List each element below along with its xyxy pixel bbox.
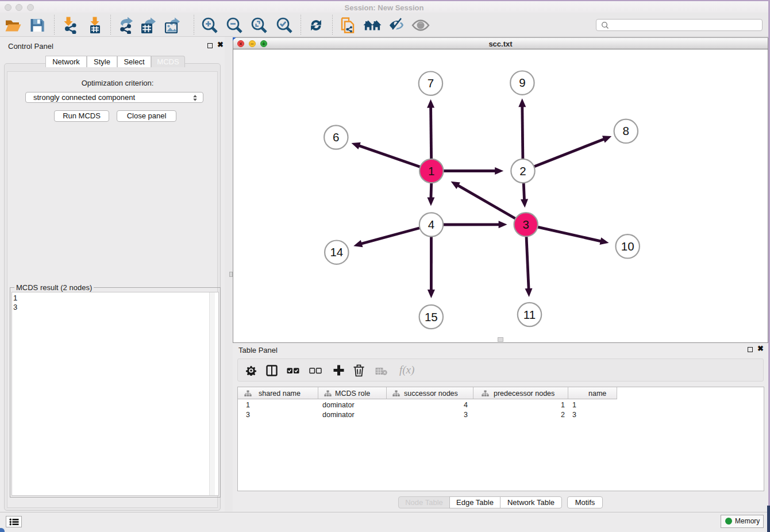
- svg-text:14: 14: [330, 245, 343, 259]
- svg-text:6: 6: [333, 130, 339, 144]
- svg-text:2: 2: [519, 164, 526, 178]
- svg-text:10: 10: [621, 240, 634, 253]
- svg-text:3: 3: [522, 218, 529, 231]
- svg-text:11: 11: [523, 308, 536, 321]
- svg-text:4: 4: [428, 218, 434, 231]
- svg-text:8: 8: [623, 124, 629, 137]
- svg-text:7: 7: [428, 76, 434, 90]
- svg-text:9: 9: [519, 76, 525, 89]
- svg-text:15: 15: [425, 310, 438, 323]
- svg-text:1: 1: [428, 164, 434, 178]
